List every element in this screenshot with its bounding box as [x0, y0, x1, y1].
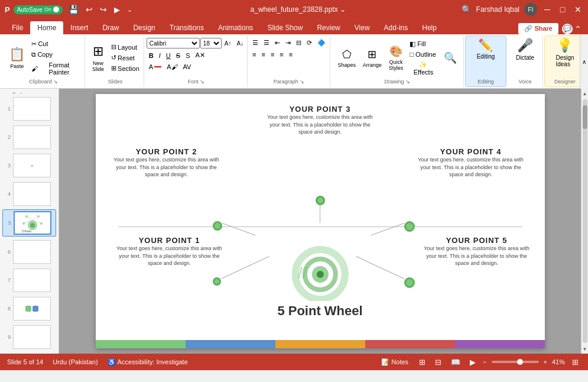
title-expand-icon: ⌄ [340, 5, 346, 14]
minimize-button[interactable]: ─ [542, 4, 553, 15]
reset-button[interactable]: ↺ Reset [109, 53, 142, 63]
bold-button[interactable]: B [147, 51, 156, 60]
paragraph-content: ☰ ☰ ⇤ ⇥ ⊟ ⟳ 🔷 ≡ ≡ ≡ ≡ ≡ [250, 38, 328, 77]
char-spacing-button[interactable]: AV [181, 62, 194, 72]
clear-format-button[interactable]: A✕ [193, 50, 207, 60]
indent-less-button[interactable]: ⇤ [272, 38, 282, 48]
ribbon-group-clipboard: 📋 Paste ✂ Cut ⧉ Copy 🖌 Format Painter Cl… [2, 35, 85, 87]
format-painter-button[interactable]: 🖌 Format Painter [29, 60, 81, 77]
slide-thumb-8[interactable]: 8 [2, 296, 56, 322]
slide-thumb-7[interactable]: 7 [2, 267, 56, 293]
search-button[interactable]: 🔍 [462, 5, 472, 14]
share-button[interactable]: 🔗 Share [518, 23, 558, 34]
slide-thumb-2[interactable]: 2 [2, 124, 56, 150]
save-button[interactable]: 💾 [66, 4, 81, 15]
slide-thumb-6[interactable]: 6 [2, 239, 56, 265]
copy-button[interactable]: ⧉ Copy [29, 50, 81, 60]
undo-button[interactable]: ↩ [83, 4, 95, 15]
shadow-button[interactable]: S [183, 51, 192, 60]
layout-button[interactable]: ⊟ Layout [109, 42, 142, 52]
scroll-up-button[interactable]: ▲ [581, 89, 589, 98]
presenter-view-button[interactable]: ▶ [467, 357, 478, 368]
reading-view-button[interactable]: 📖 [449, 357, 463, 368]
indent-more-button[interactable]: ⇥ [283, 38, 293, 48]
ribbon-collapse-button[interactable]: ⌃ [573, 24, 583, 34]
font-name-select[interactable]: Calibri [147, 38, 200, 48]
tab-slideshow[interactable]: Slide Show [260, 21, 310, 34]
editing-content: ✏️ Editing [477, 38, 495, 76]
close-button[interactable]: ✕ [573, 4, 583, 15]
new-slide-button[interactable]: ⊞ NewSlide [89, 41, 108, 75]
slide-preview-2 [13, 125, 51, 149]
text-direction-button[interactable]: ⟳ [304, 38, 314, 48]
columns-button[interactable]: ⊟ [294, 38, 304, 48]
notes-button[interactable]: 📝 Notes [378, 357, 412, 367]
italic-button[interactable]: I [157, 51, 163, 60]
arrange-button[interactable]: ⊞ Arrange [360, 46, 385, 70]
highlight-button[interactable]: A🖌 [164, 62, 180, 72]
decrease-font-button[interactable]: A↓ [235, 39, 246, 48]
bullets-button[interactable]: ☰ [250, 38, 261, 48]
copy-icon: ⧉ [31, 51, 36, 59]
tab-transitions[interactable]: Transitions [163, 21, 211, 34]
slide-thumb-4[interactable]: 4 [2, 181, 56, 207]
normal-view-button[interactable]: ⊞ [417, 357, 428, 368]
zoom-slider[interactable] [492, 361, 539, 363]
font-color-button[interactable]: A [147, 62, 164, 72]
tab-design[interactable]: Design [126, 21, 162, 34]
reset-icon: ↺ [111, 54, 116, 61]
tab-home[interactable]: Home [30, 21, 63, 34]
slide-thumb-3[interactable]: 3 ⊙ [2, 153, 56, 179]
convert-to-smartart-button[interactable]: 🔷 [315, 38, 328, 48]
quick-styles-button[interactable]: 🎨 QuickStyles [386, 43, 407, 73]
tab-file[interactable]: File [5, 21, 30, 34]
slide-thumb-5[interactable]: 5 5 Point [2, 209, 56, 237]
search-drawing-icon: 🔍 [444, 51, 457, 64]
tab-review[interactable]: Review [310, 21, 347, 34]
autosave-toggle[interactable]: AutoSave On [14, 5, 63, 14]
tab-addins[interactable]: Add-ins [377, 21, 415, 34]
scroll-thumb[interactable] [583, 105, 587, 129]
main-area: ▼ Defa... 1 2 3 ⊙ 4 5 [0, 89, 588, 354]
tab-help[interactable]: Help [415, 21, 444, 34]
maximize-button[interactable]: □ [557, 4, 568, 15]
line-spacing-button[interactable]: ≡ [287, 50, 295, 59]
redo-button[interactable]: ↪ [98, 4, 109, 15]
find-button-drawing[interactable]: 🔍 [441, 49, 460, 67]
shape-effects-button[interactable]: ✨ Effects [407, 60, 439, 77]
increase-font-button[interactable]: A↑ [222, 39, 234, 48]
underline-button[interactable]: U [164, 51, 173, 60]
tab-draw[interactable]: Draw [95, 21, 126, 34]
present-button[interactable]: ▶ [112, 4, 122, 15]
tab-insert[interactable]: Insert [63, 21, 95, 34]
accessibility-button[interactable]: ♿ Accessibility: Investigate [108, 358, 188, 366]
justify-button[interactable]: ≡ [277, 50, 285, 59]
customize-button[interactable]: ⌄ [125, 5, 135, 15]
font-size-select[interactable]: 18 [200, 38, 222, 48]
new-slide-icon: ⊞ [93, 44, 103, 59]
strikethrough-button[interactable]: S [174, 51, 183, 60]
scroll-down-button[interactable]: ▼ [581, 344, 589, 354]
numbering-button[interactable]: ☰ [261, 38, 272, 48]
tab-view[interactable]: View [347, 21, 377, 34]
shape-fill-button[interactable]: ◧ Fill [407, 39, 439, 49]
align-left-button[interactable]: ≡ [250, 50, 258, 59]
paste-button[interactable]: 📋 Paste [6, 44, 28, 72]
collapse-ribbon-button[interactable]: ∧ [580, 34, 588, 89]
section-button[interactable]: ⊞ Section [109, 63, 142, 73]
align-center-button[interactable]: ≡ [259, 50, 267, 59]
shape-outline-button[interactable]: □ Outline [407, 50, 439, 59]
slide-thumb-9[interactable]: 9 [2, 324, 56, 350]
bar-seg-3 [275, 340, 365, 348]
slide-thumb-10[interactable]: 10 [2, 352, 56, 354]
slide-thumb-1[interactable]: 1 [2, 96, 56, 122]
tab-animations[interactable]: Animations [211, 21, 260, 34]
comments-button[interactable]: 💬 [562, 24, 573, 34]
shapes-button[interactable]: ⬠ Shapes [335, 46, 359, 70]
slide-canvas[interactable]: YOUR POINT 3 Your text goes here, custom… [96, 94, 545, 348]
slide-sorter-button[interactable]: ⊟ [433, 357, 444, 368]
clipboard-label: Clipboard ↘ [29, 77, 58, 85]
fit-to-window-button[interactable]: ⊞ [570, 357, 581, 368]
align-right-button[interactable]: ≡ [268, 50, 277, 59]
cut-button[interactable]: ✂ Cut [29, 39, 81, 49]
